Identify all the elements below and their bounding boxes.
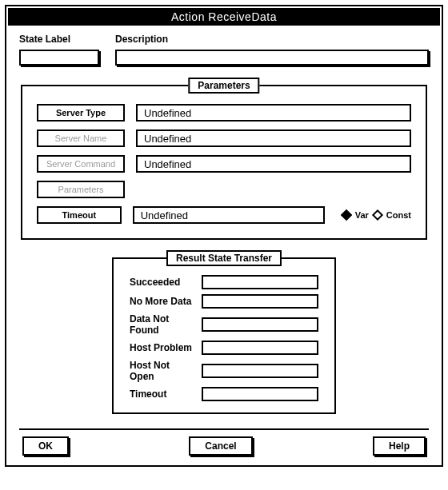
- param-value-input[interactable]: [133, 206, 325, 224]
- param-row-parameters: Parameters: [37, 181, 411, 198]
- ok-button[interactable]: OK: [22, 436, 69, 456]
- description-input[interactable]: [115, 50, 429, 66]
- result-input[interactable]: [202, 275, 318, 289]
- parameters-group: Parameters Server Type Server Name Serve…: [21, 85, 427, 240]
- result-input[interactable]: [202, 317, 318, 332]
- result-label: Timeout: [130, 388, 194, 400]
- separator: [19, 428, 429, 430]
- result-row-data-not-found: Data Not Found: [130, 313, 318, 336]
- result-input[interactable]: [202, 387, 318, 401]
- param-row-server-command: Server Command: [37, 155, 411, 173]
- legend-var: Var: [355, 210, 369, 220]
- var-const-legend: Var Const: [342, 210, 411, 220]
- cancel-button[interactable]: Cancel: [189, 436, 252, 456]
- param-value-input[interactable]: [136, 104, 411, 122]
- result-row-no-more-data: No More Data: [130, 294, 318, 309]
- result-row-succeeded: Succeeded: [130, 275, 318, 289]
- help-button[interactable]: Help: [373, 436, 426, 456]
- description-group: Description: [115, 34, 429, 66]
- dialog-content: State Label Description Parameters Serve…: [8, 26, 440, 464]
- param-label[interactable]: Server Type: [37, 104, 125, 122]
- button-row: OK Cancel Help: [19, 436, 429, 457]
- dialog-window: Action ReceiveData State Label Descripti…: [5, 5, 443, 467]
- param-label: Server Command: [37, 155, 125, 173]
- state-label-input[interactable]: [19, 50, 99, 66]
- description-caption: Description: [115, 34, 429, 45]
- param-label[interactable]: Timeout: [37, 206, 122, 224]
- param-value-input[interactable]: [136, 129, 411, 147]
- param-row-server-type: Server Type: [37, 104, 411, 122]
- param-label: Server Name: [37, 129, 125, 147]
- result-row-host-not-open: Host Not Open: [130, 360, 318, 382]
- param-label: Parameters: [37, 181, 125, 198]
- result-input[interactable]: [202, 364, 318, 378]
- state-label-group: State Label: [19, 34, 99, 66]
- result-state-group: Result State Transfer Succeeded No More …: [112, 257, 336, 414]
- param-row-server-name: Server Name: [37, 129, 411, 147]
- diamond-filled-icon: [341, 209, 352, 221]
- result-label: No More Data: [130, 296, 194, 307]
- legend-const: Const: [386, 210, 411, 220]
- titlebar: Action ReceiveData: [8, 8, 440, 26]
- result-state-title: Result State Transfer: [166, 250, 282, 266]
- diamond-outline-icon: [372, 209, 383, 221]
- result-label: Data Not Found: [130, 313, 194, 336]
- result-row-host-problem: Host Problem: [130, 341, 318, 355]
- result-label: Host Not Open: [130, 360, 194, 382]
- param-row-timeout: Timeout Var Const: [37, 206, 411, 224]
- result-label: Host Problem: [130, 342, 194, 353]
- state-label-caption: State Label: [19, 34, 99, 45]
- result-label: Succeeded: [130, 277, 194, 288]
- result-input[interactable]: [202, 341, 318, 355]
- result-input[interactable]: [202, 294, 318, 309]
- top-fields: State Label Description: [19, 34, 429, 66]
- parameters-title: Parameters: [188, 78, 259, 94]
- window-title: Action ReceiveData: [171, 10, 277, 23]
- param-value-input[interactable]: [136, 155, 411, 173]
- result-row-timeout: Timeout: [130, 387, 318, 401]
